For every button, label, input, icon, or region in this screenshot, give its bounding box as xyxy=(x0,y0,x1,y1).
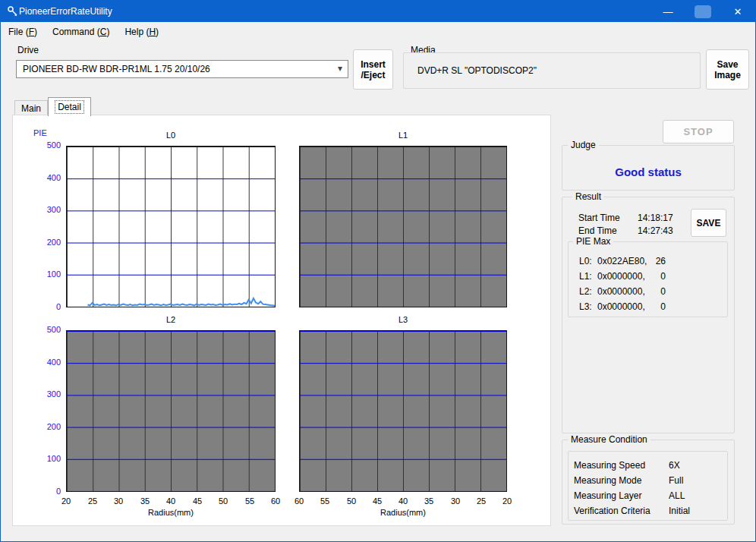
pie-max-row-count: 0 xyxy=(647,286,666,297)
x-tick: 60 xyxy=(290,496,308,506)
title-bar: PioneerErrorRateUtility — ✕ xyxy=(1,1,755,22)
stop-button[interactable]: STOP xyxy=(663,120,734,143)
media-box: DVD+R SL "OPTODISCOP2" xyxy=(403,52,701,89)
chart-plot-l3 xyxy=(299,330,507,492)
pie-max-row-count: 0 xyxy=(647,271,666,282)
y-tick: 200 xyxy=(30,238,61,247)
x-tick: 20 xyxy=(498,496,516,506)
measure-row-value: Full xyxy=(669,475,683,486)
pie-max-row-hex: 0x022AE80, xyxy=(597,256,647,266)
x-tick: 25 xyxy=(83,496,102,506)
x-tick: 60 xyxy=(266,496,285,506)
x-axis-label-l3: Radius(mm) xyxy=(299,508,507,517)
measure-row-name: Measuring Speed xyxy=(574,460,645,471)
media-value: DVD+R SL "OPTODISCOP2" xyxy=(417,65,537,76)
app-icon xyxy=(7,5,19,17)
pie-max-row-name: L1: xyxy=(579,271,592,282)
save-image-button[interactable]: Save Image xyxy=(706,49,749,90)
y-tick: 300 xyxy=(30,389,61,399)
x-tick: 50 xyxy=(214,496,232,506)
end-time-value: 14:27:43 xyxy=(638,225,673,236)
judge-status: Good status xyxy=(562,165,734,178)
measure-row-name: Measuring Layer xyxy=(574,490,641,501)
pie-max-row-name: L0: xyxy=(579,256,592,266)
x-tick: 50 xyxy=(342,496,361,506)
pie-max-row-name: L3: xyxy=(579,301,592,312)
maximize-button[interactable] xyxy=(685,1,720,22)
x-tick: 20 xyxy=(57,496,75,506)
chart-plot-l0 xyxy=(66,146,276,307)
x-tick: 55 xyxy=(241,496,259,506)
menu-help[interactable]: Help (H) xyxy=(117,24,166,40)
measure-row-value: 6X xyxy=(669,460,680,471)
drive-select[interactable]: PIONEER BD-RW BDR-PR1ML 1.75 20/10/26 ▾ xyxy=(16,60,348,78)
measure-row-value: Initial xyxy=(669,506,690,516)
y-tick: 100 xyxy=(30,269,61,279)
chart-title-l0: L0 xyxy=(66,131,276,140)
pie-axis-label: PIE xyxy=(33,128,47,137)
result-group-label: Result xyxy=(572,191,604,202)
l0-trace xyxy=(67,147,275,307)
chart-plot-l2 xyxy=(66,330,276,492)
y-tick: 400 xyxy=(30,173,61,182)
tab-main[interactable]: Main xyxy=(14,100,48,115)
y-tick: 300 xyxy=(30,205,61,214)
measure-condition-label: Measure Condition xyxy=(568,434,650,445)
tab-detail[interactable]: Detail xyxy=(48,97,91,116)
chart-title-l1: L1 xyxy=(299,131,507,140)
menu-bar: File (F) Command (C) Help (H) xyxy=(1,22,755,42)
x-tick: 35 xyxy=(420,496,438,506)
y-tick: 200 xyxy=(30,422,61,431)
detail-tab-page: PIE L0 L1 L2 L3 500 400 300 200 100 0 50… xyxy=(12,115,551,526)
end-time-label: End Time xyxy=(578,225,617,236)
pie-max-row-hex: 0x0000000, xyxy=(597,271,645,282)
y-tick: 500 xyxy=(30,140,61,150)
minimize-button[interactable]: — xyxy=(650,1,685,22)
x-tick: 30 xyxy=(109,496,128,506)
pie-max-row-hex: 0x0000000, xyxy=(597,286,645,297)
measure-condition-box: Measuring Speed 6X Measuring Mode Full M… xyxy=(568,451,728,521)
menu-command[interactable]: Command (C) xyxy=(45,24,117,40)
pie-max-label: PIE Max xyxy=(573,236,613,247)
l0-trace-line xyxy=(87,298,275,306)
y-tick: 0 xyxy=(30,487,61,496)
x-tick: 45 xyxy=(188,496,206,506)
start-time-label: Start Time xyxy=(578,213,620,223)
menu-file[interactable]: File (F) xyxy=(1,24,45,40)
x-tick: 25 xyxy=(472,496,490,506)
measure-condition-group: Measure Condition Measuring Speed 6X Mea… xyxy=(562,440,735,525)
insert-eject-button[interactable]: Insert /Eject xyxy=(353,49,393,90)
judge-group: Judge Good status xyxy=(562,145,735,191)
pie-max-row-count: 26 xyxy=(647,256,666,266)
measure-row-name: Measuring Mode xyxy=(574,475,641,486)
measure-row-name: Verification Criteria xyxy=(574,506,650,516)
maximize-icon xyxy=(695,5,711,18)
pie-max-box: PIE Max L0: 0x022AE80, 26 L1: 0x0000000,… xyxy=(568,241,728,317)
window-title: PioneerErrorRateUtility xyxy=(19,6,112,17)
drive-select-value: PIONEER BD-RW BDR-PR1ML 1.75 20/10/26 xyxy=(23,64,210,74)
y-tick: 400 xyxy=(30,358,61,367)
x-axis-label-l2: Radius(mm) xyxy=(66,508,276,517)
drive-label: Drive xyxy=(17,45,39,55)
y-tick: 100 xyxy=(30,454,61,463)
pie-max-row-name: L2: xyxy=(579,286,592,297)
measure-row-value: ALL xyxy=(669,490,685,501)
pie-max-row-hex: 0x0000000, xyxy=(597,301,645,312)
x-tick: 35 xyxy=(136,496,154,506)
pie-max-row-count: 0 xyxy=(647,301,666,312)
result-group: Result Start Time 14:18:17 End Time 14:2… xyxy=(562,197,735,433)
x-tick: 55 xyxy=(316,496,334,506)
close-button[interactable]: ✕ xyxy=(720,1,755,22)
chart-plot-l1 xyxy=(299,146,507,307)
x-tick: 30 xyxy=(446,496,465,506)
x-tick: 40 xyxy=(394,496,412,506)
chevron-down-icon: ▾ xyxy=(338,63,342,74)
y-tick: 500 xyxy=(30,325,61,334)
app-window: PioneerErrorRateUtility — ✕ File (F) Com… xyxy=(0,0,756,542)
chart-title-l2: L2 xyxy=(66,315,276,324)
save-button[interactable]: SAVE xyxy=(691,209,726,237)
chart-title-l3: L3 xyxy=(299,315,507,324)
judge-group-label: Judge xyxy=(568,140,599,150)
y-tick: 0 xyxy=(30,302,61,311)
x-tick: 45 xyxy=(368,496,386,506)
